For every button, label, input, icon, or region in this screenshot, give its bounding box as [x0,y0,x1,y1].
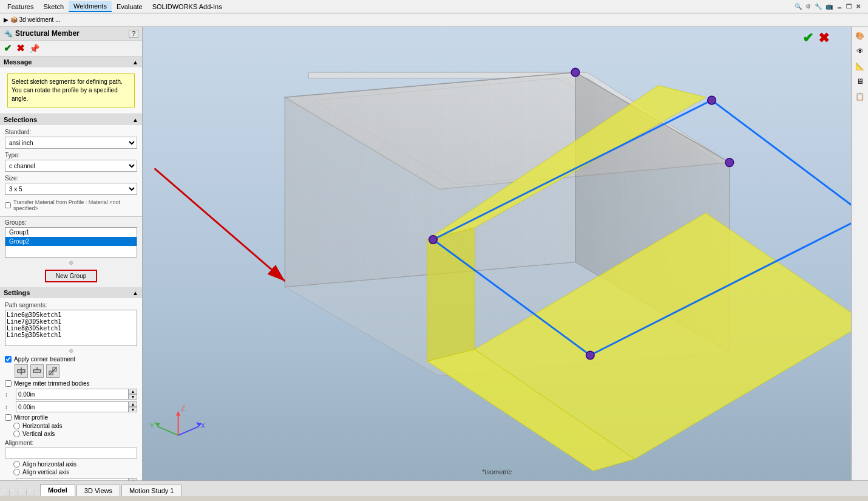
bottom-tabs: ⬜ ⬜ ⬜ ⬜ Model 3D Views Motion Study 1 [0,480,868,496]
offset2-input[interactable] [16,401,129,412]
svg-text:X: X [201,422,205,429]
offset2-icon: ↕ [5,404,16,411]
cancel-button[interactable]: ✖ [16,43,24,54]
right-panel: 🎨 👁 📐 🖥 📋 [851,27,868,480]
3d-viewport[interactable]: X Y Z *Isometric ✔ ✖ [143,27,851,480]
offset2-row: ↕ ▲ ▼ [5,401,137,412]
svg-point-22 [429,236,438,244]
align-horizontal-label: Align horizontal axis [22,461,76,468]
toolbar-search-icon[interactable]: 🔍 [795,3,802,10]
message-section-title: Message [4,58,32,66]
align-vertical-radio[interactable] [13,469,20,475]
tab-model[interactable]: Model [40,484,75,496]
right-icon-5[interactable]: 📋 [853,90,867,103]
vertical-axis-radio[interactable] [13,431,20,437]
offset2-up[interactable]: ▲ [129,401,137,407]
horizontal-axis-radio[interactable] [13,423,20,429]
viewport-cancel-button[interactable]: ✖ [818,30,829,46]
menu-sketch[interactable]: Sketch [38,2,69,12]
new-group-button[interactable]: New Group [45,270,98,282]
horizontal-axis-label: Horizontal axis [22,423,63,429]
align-horizontal-radio[interactable] [13,461,20,468]
alignment-input[interactable] [5,448,137,458]
corner-treatment-row: Apply corner treatment [5,356,137,363]
status-icon-3: ⬜ [19,489,27,496]
settings-section-header[interactable]: Settings ▲ [0,287,142,298]
rotation-up[interactable]: ▲ [129,478,137,480]
panel-help-icon[interactable]: ? [129,30,138,38]
transfer-material-row: Transfer Material from Profile : Materia… [5,198,137,213]
right-icon-3[interactable]: 📐 [853,60,867,73]
corner-btn-3[interactable] [46,364,59,378]
svg-text:Z: Z [181,404,185,412]
menu-weldments[interactable]: Weldments [69,1,112,12]
rotation-icon: ↻ [5,480,16,481]
settings-body: Path segments: Line6@3DSketch1 Line7@3DS… [0,298,142,480]
toolbar-settings-icon[interactable]: 🔧 [815,3,822,10]
rotation-input[interactable] [16,478,129,480]
left-panel: 🔩 Structural Member ? ✔ ✖ 📌 Message ▲ Se… [0,27,143,480]
right-icon-1[interactable]: 🎨 [853,29,867,43]
toolbar-display-icon[interactable]: 📺 [826,3,833,10]
status-icon-1: ⬜ [2,489,10,496]
corner-btn-1[interactable] [15,364,28,378]
merge-miter-checkbox[interactable] [5,380,12,387]
toolbar-minimize-icon[interactable]: 🗕 [836,3,843,10]
menu-features[interactable]: Features [2,2,38,12]
right-icon-4[interactable]: 🖥 [853,75,867,88]
type-select[interactable]: c channel [5,160,137,172]
standard-select[interactable]: ansi inch [5,137,137,149]
path-segments-textarea[interactable]: Line6@3DSketch1 Line7@3DSketch1 Line8@3D… [5,310,137,346]
svg-rect-2 [33,370,41,372]
selections-section-title: Selections [4,116,37,123]
offset1-up[interactable]: ▲ [129,389,137,394]
message-text: Select sketch segments for defining path… [7,73,135,107]
offset1-input[interactable] [16,389,129,400]
tab-3dviews[interactable]: 3D Views [76,485,120,496]
breadcrumb: ▶ 📦 3d weldment ... [0,13,868,27]
viewport-label: *Isometric [482,468,512,475]
size-select[interactable]: 3 x 5 [5,183,137,195]
offset2-down[interactable]: ▼ [129,407,137,412]
selections-section-header[interactable]: Selections ▲ [0,114,142,125]
type-label: Type: [5,152,137,158]
toolbar-close-icon[interactable]: ✖ [856,3,861,10]
mirror-profile-checkbox[interactable] [5,414,12,421]
vertical-axis-row: Vertical axis [13,431,137,437]
corner-treatment-checkbox[interactable] [5,356,12,363]
menu-bar: Features Sketch Weldments Evaluate SOLID… [0,0,868,13]
status-icon-2: ⬜ [11,489,18,496]
toolbar-maximize-icon[interactable]: 🗖 [846,3,852,10]
transfer-material-checkbox[interactable] [5,202,11,208]
vertical-axis-label: Vertical axis [22,431,55,437]
selections-toggle-icon: ▲ [132,117,138,123]
pin-button[interactable]: 📌 [29,44,39,53]
corner-btn-2[interactable] [30,364,44,378]
panel-header: 🔩 Structural Member ? [0,27,142,41]
svg-point-27 [725,158,734,167]
ok-button[interactable]: ✔ [4,43,12,54]
groups-section: Groups: Group1 Group2 ⊕ New Group [0,217,142,287]
group-item-1[interactable]: Group2 [5,237,137,246]
corner-treatment-label: Apply corner treatment [14,356,75,363]
alignment-label: Alignment: [5,440,137,446]
viewport-confirm: ✔ ✖ [802,30,829,46]
offset1-icon: ↕ [5,391,16,398]
menu-evaluate[interactable]: Evaluate [112,2,147,12]
menu-solidworks-addins[interactable]: SOLIDWORKS Add-Ins [147,2,227,12]
toolbar-tools-icon[interactable]: ⚙ [805,3,811,10]
viewport-ok-button[interactable]: ✔ [802,30,813,46]
offset1-down[interactable]: ▼ [129,394,137,400]
svg-text:Y: Y [150,422,154,429]
right-icon-2[interactable]: 👁 [853,44,867,58]
size-row: Size: 3 x 5 [5,175,137,195]
selections-body: Standard: ansi inch Type: c channel Size… [0,125,142,216]
groups-list: Group1 Group2 [5,227,137,257]
tab-motion-study-1[interactable]: Motion Study 1 [121,485,181,496]
message-section: Message ▲ Select sketch segments for def… [0,56,142,114]
groups-label: Groups: [5,219,137,226]
svg-point-23 [708,96,716,104]
path-segments-label: Path segments: [5,302,137,308]
message-section-header[interactable]: Message ▲ [0,56,142,67]
group-item-0[interactable]: Group1 [5,228,137,237]
